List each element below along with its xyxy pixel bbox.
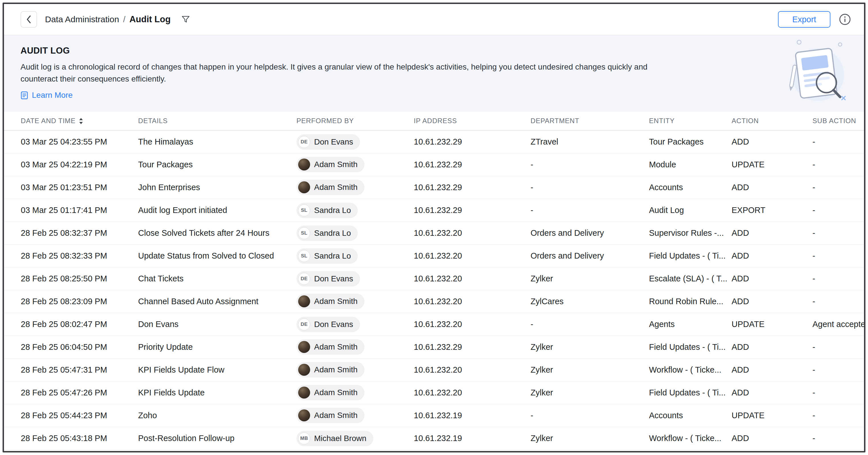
table-body: 03 Mar 25 04:23:55 PM The Himalayas DE D… [4, 131, 864, 450]
breadcrumb-parent[interactable]: Data Administration [45, 15, 119, 24]
cell-details: Priority Update [138, 342, 297, 352]
cell-performed-by: SL Sandra Lo [297, 226, 414, 241]
avatar: SL [298, 227, 310, 239]
learn-more-link[interactable]: Learn More [21, 91, 73, 100]
cell-action: ADD [732, 297, 812, 306]
performed-by-chip[interactable]: Adam Smith [297, 157, 365, 172]
cell-details: Zoho [138, 411, 297, 420]
cell-action: ADD [732, 388, 812, 397]
avatar [298, 159, 310, 170]
cell-performed-by: Adam Smith [297, 362, 414, 378]
performed-by-chip[interactable]: Adam Smith [297, 408, 365, 423]
learn-more-label: Learn More [32, 91, 73, 100]
cell-performed-by: MB Michael Brown [297, 431, 414, 446]
cell-details: KPI Fields Update [138, 388, 297, 397]
cell-department: ZTravel [531, 137, 649, 146]
cell-details: John Enterprises [138, 183, 297, 192]
table-row[interactable]: 28 Feb 25 08:32:33 PM Update Status from… [4, 245, 864, 267]
audit-log-hero: AUDIT LOG Audit log is a chronological r… [4, 35, 864, 112]
table-row[interactable]: 28 Feb 25 06:04:50 PM Priority Update Ad… [4, 336, 864, 359]
avatar [298, 409, 310, 421]
performer-name: Adam Smith [314, 183, 358, 192]
table-row[interactable]: 03 Mar 25 01:23:51 PM John Enterprises A… [4, 176, 864, 199]
cell-ip-address: 10.61.232.20 [414, 365, 531, 375]
cell-datetime: 03 Mar 25 01:17:41 PM [21, 205, 138, 215]
table-row[interactable]: 03 Mar 25 04:22:19 PM Tour Packages Adam… [4, 153, 864, 176]
cell-datetime: 28 Feb 25 05:43:18 PM [21, 434, 138, 443]
cell-datetime: 28 Feb 25 08:32:37 PM [21, 228, 138, 238]
page-description: Audit log is a chronological record of c… [21, 61, 651, 85]
performed-by-chip[interactable]: DE Don Evans [297, 317, 360, 332]
performer-name: Sandra Lo [314, 206, 351, 215]
export-button[interactable]: Export [778, 11, 830, 28]
cell-department: Zylker [531, 274, 649, 283]
cell-details: Post-Resolution Follow-up [138, 434, 297, 443]
performed-by-chip[interactable]: Adam Smith [297, 362, 365, 377]
table-row[interactable]: 28 Feb 25 08:25:50 PM Chat Tickets DE Do… [4, 267, 864, 290]
performer-name: Adam Smith [314, 411, 358, 420]
cell-details: Close Solved Tickets after 24 Hours [138, 228, 297, 238]
table-row[interactable]: 28 Feb 25 08:23:09 PM Channel Based Auto… [4, 290, 864, 313]
filter-button[interactable] [181, 15, 190, 24]
table-row[interactable]: 28 Feb 25 05:47:31 PM KPI Fields Update … [4, 359, 864, 381]
info-button[interactable] [838, 13, 851, 26]
cell-department: - [531, 205, 649, 215]
performed-by-chip[interactable]: SL Sandra Lo [297, 226, 358, 241]
performed-by-chip[interactable]: MB Michael Brown [297, 431, 373, 446]
cell-performed-by: Adam Smith [297, 385, 414, 401]
cell-performed-by: SL Sandra Lo [297, 203, 414, 218]
cell-datetime: 28 Feb 25 05:47:26 PM [21, 388, 138, 397]
cell-sub-action: - [812, 160, 864, 169]
cell-details: The Himalayas [138, 137, 297, 146]
cell-entity: Module [649, 160, 732, 169]
cell-ip-address: 10.61.232.19 [414, 411, 531, 420]
table-row[interactable]: 03 Mar 25 01:17:41 PM Audit log Export i… [4, 199, 864, 222]
table-row[interactable]: 28 Feb 25 05:44:23 PM Zoho Adam Smith 10… [4, 404, 864, 427]
cell-details: Don Evans [138, 320, 297, 329]
performer-name: Sandra Lo [314, 252, 351, 261]
cell-performed-by: Adam Smith [297, 179, 414, 195]
cell-sub-action: - [812, 342, 864, 352]
cell-department: - [531, 320, 649, 329]
performed-by-chip[interactable]: SL Sandra Lo [297, 248, 358, 264]
performed-by-chip[interactable]: Adam Smith [297, 339, 365, 354]
performed-by-chip[interactable]: SL Sandra Lo [297, 203, 358, 218]
audit-log-window: Data Administration / Audit Log Export A… [3, 3, 865, 452]
cell-sub-action: - [812, 137, 864, 146]
cell-sub-action: - [812, 228, 864, 238]
chevron-left-icon [26, 15, 32, 24]
performer-name: Adam Smith [314, 365, 358, 374]
back-button[interactable] [21, 11, 37, 28]
cell-details: Tour Packages [138, 160, 297, 169]
table-row[interactable]: 28 Feb 25 05:47:26 PM KPI Fields Update … [4, 381, 864, 404]
performed-by-chip[interactable]: Adam Smith [297, 385, 365, 400]
cell-entity: Escalate (SLA) - ( T... [649, 274, 732, 283]
cell-department: Orders and Delivery [531, 251, 649, 261]
cell-entity: Tour Packages [649, 137, 732, 146]
column-header-date-time[interactable]: DATE AND TIME [21, 117, 138, 125]
performed-by-chip[interactable]: Adam Smith [297, 294, 365, 309]
breadcrumb-separator: / [123, 15, 125, 24]
cell-action: ADD [732, 365, 812, 375]
cell-ip-address: 10.61.232.29 [414, 205, 531, 215]
breadcrumb-current: Audit Log [129, 14, 170, 25]
performed-by-chip[interactable]: DE Don Evans [297, 134, 360, 150]
performed-by-chip[interactable]: DE Don Evans [297, 271, 360, 286]
cell-details: KPI Fields Update Flow [138, 365, 297, 375]
cell-sub-action: - [812, 183, 864, 192]
table-row[interactable]: 03 Mar 25 04:23:55 PM The Himalayas DE D… [4, 131, 864, 153]
sort-icon[interactable] [78, 117, 84, 124]
cell-sub-action: - [812, 411, 864, 420]
table-row[interactable]: 28 Feb 25 08:02:47 PM Don Evans DE Don E… [4, 313, 864, 336]
cell-action: UPDATE [732, 160, 812, 169]
table-row[interactable]: 28 Feb 25 08:32:37 PM Close Solved Ticke… [4, 222, 864, 245]
cell-datetime: 28 Feb 25 08:02:47 PM [21, 320, 138, 329]
table-row[interactable]: 28 Feb 25 05:43:18 PM Post-Resolution Fo… [4, 427, 864, 450]
performer-name: Don Evans [314, 274, 353, 283]
learn-more-doc-icon [21, 91, 28, 99]
cell-ip-address: 10.61.232.20 [414, 320, 531, 329]
performed-by-chip[interactable]: Adam Smith [297, 179, 365, 195]
cell-action: ADD [732, 228, 812, 238]
cell-action: ADD [732, 183, 812, 192]
cell-ip-address: 10.61.232.29 [414, 342, 531, 352]
